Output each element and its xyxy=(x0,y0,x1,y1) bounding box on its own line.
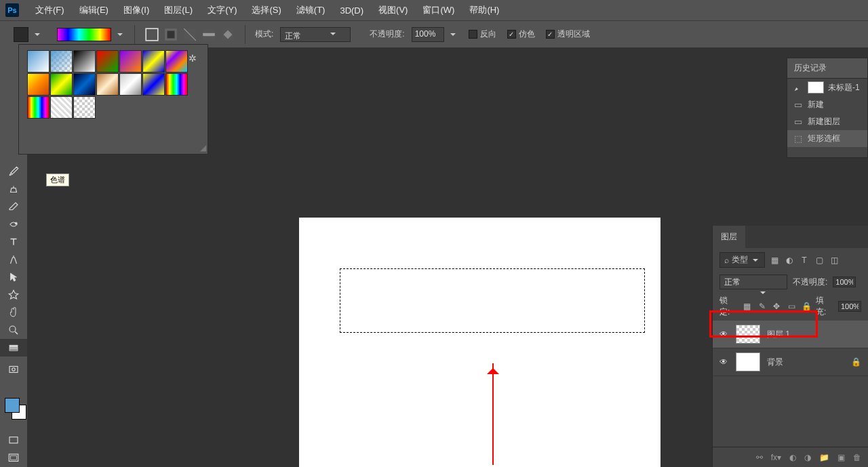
menu-type[interactable]: 文字(Y) xyxy=(201,1,243,19)
resize-grip[interactable]: ◢ xyxy=(200,143,206,153)
link-icon[interactable]: ⚯ xyxy=(756,453,763,462)
gradient-swatch[interactable] xyxy=(73,50,96,73)
gradient-swatch[interactable] xyxy=(73,96,96,119)
gradient-picker[interactable] xyxy=(57,28,111,41)
history-step[interactable]: ⬚ 矩形选框 xyxy=(787,130,867,147)
menu-file[interactable]: 文件(F) xyxy=(28,1,71,19)
gradient-swatch[interactable] xyxy=(50,73,73,96)
quick-mask-tool[interactable] xyxy=(0,361,27,378)
screen-mode-full[interactable] xyxy=(0,449,27,467)
menu-edit[interactable]: 编辑(E) xyxy=(73,1,115,19)
fx-icon[interactable]: fx▾ xyxy=(771,453,781,462)
gradient-swatch[interactable] xyxy=(50,50,73,73)
foreground-color[interactable] xyxy=(5,398,20,413)
layer-filter-kind[interactable]: ⌕ 类型 xyxy=(719,252,765,268)
menu-window[interactable]: 窗口(W) xyxy=(416,1,461,19)
history-step[interactable]: ▭ 新建图层 xyxy=(787,113,867,130)
marquee-selection xyxy=(340,268,645,333)
history-document[interactable]: 未标题-1 xyxy=(787,79,867,96)
document-canvas[interactable] xyxy=(299,218,660,467)
adjustment-icon[interactable]: ◑ xyxy=(804,453,811,462)
separator xyxy=(245,25,245,44)
layer-row[interactable]: 👁 背景 🔒 xyxy=(713,348,868,376)
eraser-tool[interactable] xyxy=(0,198,27,216)
gradient-swatch[interactable] xyxy=(96,50,119,73)
opacity-input[interactable]: 100% xyxy=(412,27,444,42)
new-layer-icon[interactable]: ▣ xyxy=(837,453,845,462)
gradient-swatch[interactable] xyxy=(165,73,188,96)
clone-stamp-tool[interactable] xyxy=(0,180,27,198)
annotation-arrow xyxy=(492,363,494,465)
zoom-tool[interactable] xyxy=(0,321,27,339)
gradient-swatch[interactable] xyxy=(96,73,119,96)
visibility-icon[interactable]: 👁 xyxy=(719,357,729,367)
type-tool[interactable] xyxy=(0,233,27,251)
svg-point-13 xyxy=(12,368,16,371)
menu-filter[interactable]: 滤镜(T) xyxy=(290,1,332,19)
reverse-checkbox[interactable]: 反向 xyxy=(469,28,496,40)
linear-gradient-icon[interactable] xyxy=(144,27,159,42)
filter-adjust-icon[interactable]: ◐ xyxy=(784,255,795,266)
opacity-dd[interactable] xyxy=(448,30,458,39)
hand-tool[interactable] xyxy=(0,304,27,321)
shape-tool[interactable] xyxy=(0,286,27,304)
mask-icon[interactable]: ◐ xyxy=(789,453,796,462)
fill-input[interactable] xyxy=(838,301,861,312)
separator xyxy=(134,25,135,44)
svg-point-7 xyxy=(15,222,17,224)
brush-tool[interactable] xyxy=(0,163,27,180)
pen-tool[interactable] xyxy=(0,251,27,268)
filter-shape-icon[interactable]: ▢ xyxy=(814,255,825,266)
screen-mode-tool[interactable] xyxy=(0,432,27,449)
menu-select[interactable]: 选择(S) xyxy=(245,1,288,19)
angle-gradient-icon[interactable] xyxy=(182,27,197,42)
history-step-label: 新建 xyxy=(808,99,824,110)
svg-rect-10 xyxy=(9,347,18,348)
layer-opacity-input[interactable] xyxy=(833,277,856,287)
edit-toolbar[interactable] xyxy=(0,339,27,357)
radial-gradient-icon[interactable] xyxy=(163,27,178,42)
gradient-swatch[interactable] xyxy=(165,50,188,73)
dither-checkbox[interactable]: 仿色 xyxy=(507,28,535,40)
transparency-checkbox[interactable]: 透明区域 xyxy=(546,28,590,40)
path-select-tool[interactable] xyxy=(0,268,27,286)
tool-preset-dd[interactable] xyxy=(33,30,42,39)
menu-view[interactable]: 视图(V) xyxy=(372,1,414,19)
gear-icon[interactable]: ✲ xyxy=(189,53,197,64)
layer-name[interactable]: 背景 xyxy=(767,357,783,368)
reflected-gradient-icon[interactable] xyxy=(201,27,216,42)
gradient-swatch[interactable] xyxy=(73,73,96,96)
menu-layer[interactable]: 图层(L) xyxy=(157,1,199,19)
brush-icon xyxy=(793,82,804,93)
filter-smart-icon[interactable]: ◫ xyxy=(829,255,840,266)
blend-mode-select[interactable]: 正常 xyxy=(719,275,787,289)
layers-tab[interactable]: 图层 xyxy=(713,226,745,248)
gradient-swatch[interactable] xyxy=(119,73,142,96)
gradient-swatch[interactable] xyxy=(50,96,73,119)
mode-select[interactable]: 正常 xyxy=(280,27,351,42)
history-tab[interactable]: 历史记录 xyxy=(787,58,867,79)
gradient-swatch[interactable] xyxy=(142,50,165,73)
menu-help[interactable]: 帮助(H) xyxy=(462,1,506,19)
gradient-swatch[interactable] xyxy=(119,50,142,73)
filter-type-icon[interactable]: T xyxy=(799,255,810,266)
tool-preset-picker[interactable] xyxy=(14,27,28,42)
diamond-gradient-icon[interactable] xyxy=(220,27,235,42)
menu-image[interactable]: 图像(I) xyxy=(117,1,156,19)
svg-rect-12 xyxy=(9,367,18,373)
ps-logo: Ps xyxy=(5,3,19,17)
history-step[interactable]: ▭ 新建 xyxy=(787,96,867,113)
gradient-dd[interactable] xyxy=(115,30,125,39)
svg-rect-2 xyxy=(167,31,175,38)
filter-pixel-icon[interactable]: ▦ xyxy=(769,255,780,266)
delete-icon[interactable]: 🗑 xyxy=(853,453,861,462)
group-icon[interactable]: 📁 xyxy=(819,453,829,462)
gradient-swatch[interactable] xyxy=(27,96,50,119)
gradient-tool[interactable] xyxy=(0,216,27,233)
gradient-swatch[interactable] xyxy=(27,73,50,96)
gradient-swatch[interactable] xyxy=(27,50,50,73)
layer-thumb[interactable] xyxy=(736,352,760,371)
menu-3d[interactable]: 3D(D) xyxy=(333,3,370,18)
gradient-swatch[interactable] xyxy=(142,73,165,96)
svg-rect-11 xyxy=(9,349,18,350)
